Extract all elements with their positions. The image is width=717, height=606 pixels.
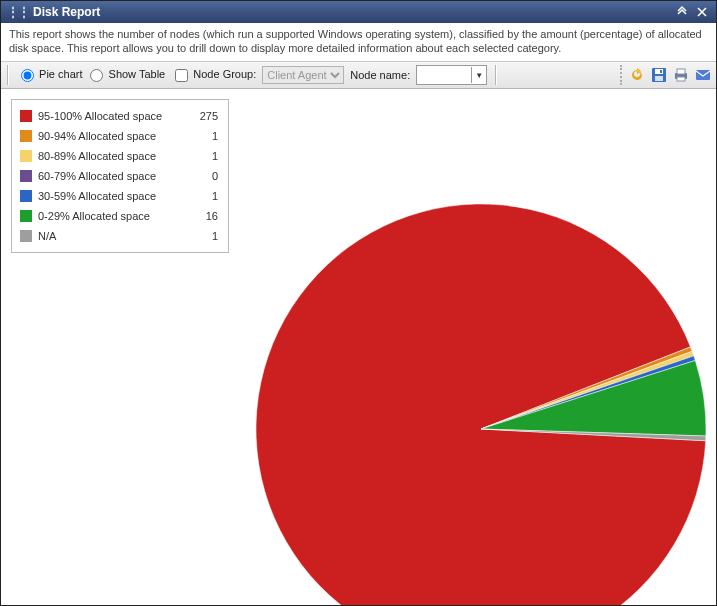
svg-rect-3 — [660, 70, 662, 73]
legend-value: 1 — [188, 230, 224, 242]
view-pie-radio[interactable]: Pie chart — [17, 68, 82, 82]
legend-item[interactable]: 90-94% Allocated space1 — [16, 126, 224, 146]
report-window: ⋮⋮ Disk Report This report shows the num… — [0, 0, 717, 606]
legend-label: 95-100% Allocated space — [38, 110, 188, 122]
svg-rect-7 — [696, 70, 710, 80]
collapse-icon[interactable] — [674, 4, 690, 20]
legend-label: 30-59% Allocated space — [38, 190, 188, 202]
refresh-icon[interactable] — [628, 66, 646, 84]
legend-label: N/A — [38, 230, 188, 242]
chevron-down-icon[interactable]: ▼ — [471, 67, 486, 83]
legend: 95-100% Allocated space27590-94% Allocat… — [11, 99, 229, 253]
legend-item[interactable]: 60-79% Allocated space0 — [16, 166, 224, 186]
legend-value: 16 — [188, 210, 224, 222]
chart-area: 95-100% Allocated space27590-94% Allocat… — [1, 89, 716, 605]
legend-value: 1 — [188, 130, 224, 142]
svg-rect-6 — [677, 77, 685, 81]
drag-grip-icon: ⋮⋮ — [7, 5, 29, 19]
legend-swatch — [20, 190, 32, 202]
report-description: This report shows the number of nodes (w… — [1, 23, 716, 62]
legend-item[interactable]: 0-29% Allocated space16 — [16, 206, 224, 226]
node-name-input[interactable] — [417, 67, 471, 83]
legend-swatch — [20, 130, 32, 142]
view-table-radio[interactable]: Show Table — [86, 68, 165, 82]
legend-item[interactable]: 95-100% Allocated space275 — [16, 106, 224, 126]
toolbar: Pie chart Show Table Node Group: Client … — [1, 62, 716, 89]
view-mode-group: Pie chart Show Table — [17, 68, 165, 82]
view-table-label: Show Table — [109, 68, 166, 80]
pie-chart[interactable] — [251, 199, 711, 605]
legend-swatch — [20, 170, 32, 182]
legend-swatch — [20, 230, 32, 242]
svg-rect-2 — [655, 76, 663, 81]
legend-item[interactable]: 80-89% Allocated space1 — [16, 146, 224, 166]
legend-value: 1 — [188, 190, 224, 202]
close-icon[interactable] — [694, 4, 710, 20]
view-pie-label: Pie chart — [39, 68, 82, 80]
node-name-combo[interactable]: ▼ — [416, 65, 487, 85]
legend-item[interactable]: N/A1 — [16, 226, 224, 246]
node-name-label: Node name: — [350, 69, 410, 81]
svg-rect-5 — [677, 69, 685, 74]
legend-value: 275 — [188, 110, 224, 122]
print-icon[interactable] — [672, 66, 690, 84]
node-group-select[interactable]: Client Agent — [262, 66, 344, 84]
legend-label: 0-29% Allocated space — [38, 210, 188, 222]
save-icon[interactable] — [650, 66, 668, 84]
legend-item[interactable]: 30-59% Allocated space1 — [16, 186, 224, 206]
legend-swatch — [20, 210, 32, 222]
legend-label: 90-94% Allocated space — [38, 130, 188, 142]
titlebar[interactable]: ⋮⋮ Disk Report — [1, 1, 716, 23]
legend-swatch — [20, 150, 32, 162]
legend-swatch — [20, 110, 32, 122]
legend-value: 0 — [188, 170, 224, 182]
node-group-label: Node Group: — [193, 68, 256, 80]
email-icon[interactable] — [694, 66, 712, 84]
node-group-checkbox[interactable]: Node Group: — [171, 68, 256, 82]
legend-label: 80-89% Allocated space — [38, 150, 188, 162]
window-title: Disk Report — [33, 5, 100, 19]
legend-label: 60-79% Allocated space — [38, 170, 188, 182]
legend-value: 1 — [188, 150, 224, 162]
